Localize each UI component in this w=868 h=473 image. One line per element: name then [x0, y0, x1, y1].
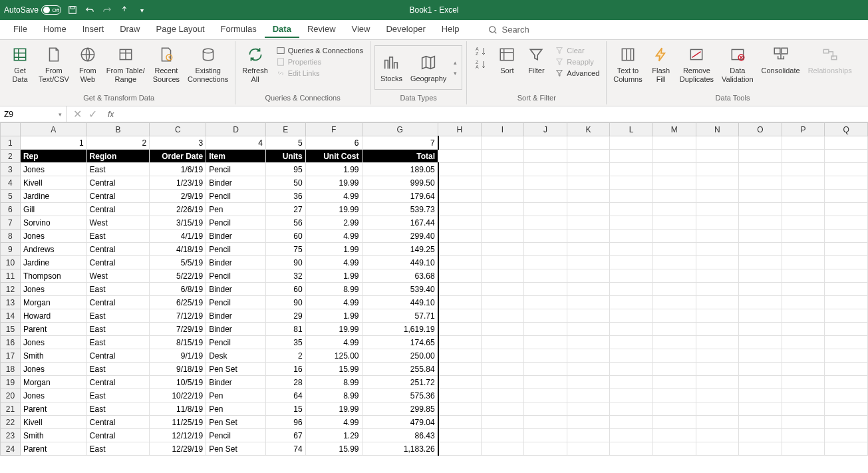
cell[interactable]: 19.99: [305, 176, 362, 190]
header-cell[interactable]: Unit Cost: [305, 150, 362, 163]
cell[interactable]: 1/6/19: [150, 163, 206, 176]
cell[interactable]: 63.68: [362, 269, 438, 283]
cell[interactable]: [739, 376, 782, 389]
cell[interactable]: 81: [265, 323, 305, 336]
cell[interactable]: 3/15/19: [150, 216, 206, 230]
cell[interactable]: Central: [86, 349, 150, 363]
cell[interactable]: [610, 429, 653, 442]
cell[interactable]: [739, 256, 782, 269]
cell[interactable]: [438, 389, 482, 402]
cell[interactable]: [481, 336, 524, 349]
cell[interactable]: [481, 230, 524, 243]
cell[interactable]: [652, 429, 696, 442]
cell[interactable]: [696, 363, 739, 376]
cell[interactable]: 35: [265, 336, 305, 349]
cell[interactable]: Jones: [20, 336, 86, 349]
row-header[interactable]: 8: [1, 230, 21, 243]
data-validation-button[interactable]: Data Validation: [719, 43, 756, 85]
cell[interactable]: Central: [86, 429, 150, 442]
row-header[interactable]: 3: [1, 163, 21, 176]
cell[interactable]: [524, 309, 567, 323]
column-header[interactable]: B: [86, 123, 150, 136]
cell[interactable]: [739, 416, 782, 429]
autosave-toggle[interactable]: AutoSave Off: [4, 5, 61, 15]
cell[interactable]: 2.99: [305, 216, 362, 230]
column-header[interactable]: O: [739, 123, 782, 136]
row-header[interactable]: 5: [1, 190, 21, 203]
get-data-button[interactable]: Get Data: [7, 43, 33, 85]
cell[interactable]: [782, 256, 825, 269]
cell[interactable]: 95: [265, 163, 305, 176]
tab-help[interactable]: Help: [434, 21, 468, 38]
cell[interactable]: [524, 376, 567, 389]
column-header[interactable]: H: [438, 123, 482, 136]
cell[interactable]: 50: [265, 176, 305, 190]
cell[interactable]: Central: [86, 203, 150, 216]
formula-input[interactable]: [118, 106, 868, 122]
cell[interactable]: [652, 216, 696, 230]
cell[interactable]: [652, 176, 696, 190]
cell[interactable]: [524, 416, 567, 429]
cell[interactable]: 2: [86, 136, 150, 150]
cell[interactable]: [481, 269, 524, 283]
cell[interactable]: East: [86, 323, 150, 336]
remove-duplicates-button[interactable]: Remove Duplicates: [677, 43, 716, 85]
cell[interactable]: [696, 203, 739, 216]
cell[interactable]: 11/25/19: [150, 416, 206, 429]
cell[interactable]: [438, 363, 482, 376]
cell[interactable]: 539.40: [362, 283, 438, 296]
cell[interactable]: 1.99: [305, 309, 362, 323]
cell[interactable]: [481, 363, 524, 376]
cell[interactable]: Jones: [20, 283, 86, 296]
cell[interactable]: Central: [86, 190, 150, 203]
cell[interactable]: [567, 243, 610, 256]
cell[interactable]: [696, 376, 739, 389]
cell[interactable]: [652, 296, 696, 309]
from-table-range-button[interactable]: From Table/ Range: [104, 43, 148, 85]
geography-button[interactable]: Geography: [408, 51, 449, 84]
cell[interactable]: [610, 243, 653, 256]
cell[interactable]: [739, 323, 782, 336]
cell[interactable]: [524, 336, 567, 349]
cell[interactable]: [524, 256, 567, 269]
cell[interactable]: 4/18/19: [150, 243, 206, 256]
cell[interactable]: [782, 283, 825, 296]
cell[interactable]: [524, 283, 567, 296]
cell[interactable]: [782, 216, 825, 230]
cell[interactable]: [567, 150, 610, 163]
cell[interactable]: [524, 442, 567, 456]
qat-customize-icon[interactable]: ▾: [136, 4, 148, 16]
cell[interactable]: [782, 243, 825, 256]
cell[interactable]: [524, 296, 567, 309]
cell[interactable]: [825, 230, 868, 243]
undo-icon[interactable]: [84, 4, 96, 16]
cell[interactable]: 2/9/19: [150, 190, 206, 203]
cell[interactable]: East: [86, 163, 150, 176]
cell[interactable]: [438, 176, 482, 190]
tab-file[interactable]: File: [5, 21, 35, 38]
cell[interactable]: [825, 429, 868, 442]
cell[interactable]: [438, 243, 482, 256]
cell[interactable]: [610, 323, 653, 336]
cell[interactable]: 4.99: [305, 416, 362, 429]
existing-connections-button[interactable]: Existing Connections: [185, 43, 231, 85]
tab-page-layout[interactable]: Page Layout: [148, 21, 213, 38]
cell[interactable]: 9/1/19: [150, 349, 206, 363]
cell[interactable]: [696, 269, 739, 283]
cell[interactable]: 299.40: [362, 230, 438, 243]
cell[interactable]: Central: [86, 256, 150, 269]
cell[interactable]: [782, 309, 825, 323]
cell[interactable]: [739, 349, 782, 363]
cell[interactable]: 149.25: [362, 243, 438, 256]
cell[interactable]: 179.64: [362, 190, 438, 203]
cell[interactable]: [567, 416, 610, 429]
sort-desc-button[interactable]: ZA: [472, 59, 490, 71]
cell[interactable]: [524, 243, 567, 256]
cell[interactable]: 86.43: [362, 429, 438, 442]
cell[interactable]: [739, 283, 782, 296]
cell[interactable]: [739, 203, 782, 216]
save-icon[interactable]: [67, 4, 78, 16]
column-header[interactable]: F: [305, 123, 362, 136]
cell[interactable]: 64: [265, 389, 305, 402]
cell[interactable]: Jones: [20, 389, 86, 402]
